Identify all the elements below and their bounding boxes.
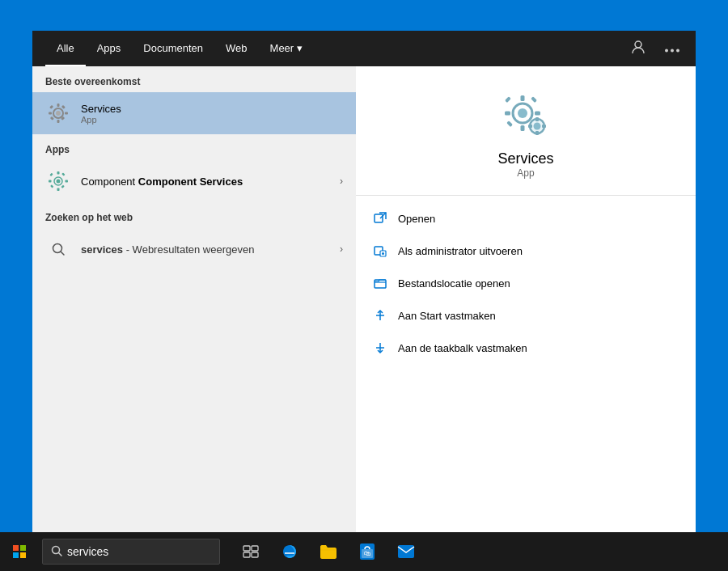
component-services-arrow: › <box>340 176 343 187</box>
svg-rect-23 <box>61 185 65 188</box>
svg-rect-39 <box>535 131 539 135</box>
svg-rect-6 <box>57 104 60 107</box>
web-search-icon <box>45 236 71 262</box>
taskbar-icons: 🛍 <box>233 534 424 569</box>
svg-line-25 <box>61 252 65 256</box>
taskview-button[interactable] <box>233 534 269 569</box>
search-window: Alle Apps Documenten Web Meer ▾ <box>32 31 696 532</box>
svg-rect-7 <box>57 120 60 123</box>
services-text: Services App <box>81 103 121 125</box>
component-services-icon <box>45 168 71 194</box>
svg-rect-34 <box>506 121 513 127</box>
svg-rect-53 <box>20 545 26 551</box>
svg-rect-55 <box>20 552 26 558</box>
aan-taakbalk-icon <box>372 340 388 356</box>
admin-icon <box>372 243 388 259</box>
svg-rect-38 <box>535 117 539 121</box>
svg-rect-19 <box>66 180 69 183</box>
apps-label: Apps <box>32 134 356 160</box>
tab-meer[interactable]: Meer ▾ <box>259 31 314 66</box>
services-icon <box>45 100 71 126</box>
action-bestandslocatie-label: Bestandslocatie openen <box>398 277 510 290</box>
result-services[interactable]: Services App <box>32 92 356 134</box>
taskbar-search-text: services <box>67 545 108 558</box>
svg-rect-40 <box>528 125 532 128</box>
more-options-icon[interactable] <box>662 38 683 59</box>
svg-rect-9 <box>65 112 68 115</box>
action-aan-start-label: Aan Start vastmaken <box>398 310 496 322</box>
svg-rect-33 <box>531 96 537 103</box>
svg-rect-20 <box>49 173 53 176</box>
action-openen[interactable]: Openen <box>356 202 696 235</box>
svg-rect-32 <box>505 96 511 103</box>
svg-point-3 <box>676 49 679 53</box>
bestandslocatie-icon <box>372 275 388 291</box>
svg-rect-42 <box>375 214 383 222</box>
svg-rect-17 <box>57 188 60 192</box>
web-search-keyword: services <box>81 243 123 256</box>
tab-apps[interactable]: Apps <box>86 31 133 66</box>
svg-point-15 <box>57 180 61 184</box>
svg-point-24 <box>53 244 62 253</box>
svg-rect-52 <box>13 545 19 551</box>
app-header: Services App <box>356 66 696 196</box>
result-web-search[interactable]: services - Webresultaten weergeven › <box>32 228 356 270</box>
svg-rect-59 <box>252 546 258 551</box>
svg-rect-8 <box>49 112 52 115</box>
svg-point-1 <box>665 49 668 53</box>
services-subtitle: App <box>81 115 121 125</box>
result-component-services[interactable]: Component Component Services › <box>32 160 356 202</box>
left-panel: Beste overeenkomst <box>32 66 356 532</box>
web-search-arrow: › <box>340 243 343 255</box>
best-match-label: Beste overeenkomst <box>32 66 356 92</box>
svg-text:🛍: 🛍 <box>364 550 370 557</box>
taskbar-search[interactable]: services <box>42 539 220 565</box>
action-bestandslocatie[interactable]: Bestandslocatie openen <box>356 267 696 299</box>
services-title: Services <box>81 103 121 115</box>
tab-web[interactable]: Web <box>214 31 259 66</box>
taskbar-search-icon <box>51 545 62 559</box>
action-list: Openen Als administrator uitvoeren <box>356 196 696 370</box>
svg-rect-65 <box>398 545 414 558</box>
svg-point-0 <box>635 41 641 48</box>
mail-button[interactable] <box>388 534 424 569</box>
search-navbar: Alle Apps Documenten Web Meer ▾ <box>32 31 696 66</box>
action-aan-start[interactable]: Aan Start vastmaken <box>356 299 696 332</box>
svg-rect-58 <box>243 546 250 551</box>
svg-rect-41 <box>542 125 546 128</box>
person-icon[interactable] <box>628 36 649 61</box>
file-explorer-button[interactable] <box>311 534 346 569</box>
search-content: Beste overeenkomst <box>32 66 696 532</box>
app-name: Services <box>497 150 553 167</box>
start-button[interactable] <box>0 532 39 571</box>
right-panel: Services App Openen <box>356 66 696 532</box>
svg-rect-10 <box>49 105 53 109</box>
tab-alle[interactable]: Alle <box>45 31 86 66</box>
svg-rect-12 <box>50 116 54 121</box>
svg-point-46 <box>382 252 384 255</box>
svg-point-37 <box>534 123 541 130</box>
svg-rect-31 <box>535 112 540 116</box>
action-aan-taakbalk-label: Aan de taakbalk vastmaken <box>398 342 527 354</box>
action-openen-label: Openen <box>398 213 435 225</box>
svg-rect-54 <box>13 552 19 558</box>
app-type: App <box>517 167 534 179</box>
web-search-suffix: - Webresultaten weergeven <box>123 243 254 256</box>
action-aan-taakbalk[interactable]: Aan de taakbalk vastmaken <box>356 332 696 364</box>
svg-rect-11 <box>61 105 66 109</box>
action-admin[interactable]: Als administrator uitvoeren <box>356 235 696 267</box>
tab-documenten[interactable]: Documenten <box>132 31 214 66</box>
component-services-text: Component Component Services <box>81 176 243 188</box>
web-search-text: services - Webresultaten weergeven <box>81 243 254 256</box>
svg-rect-29 <box>521 125 525 131</box>
web-label: Zoeken op het web <box>32 202 356 228</box>
svg-rect-21 <box>61 172 65 176</box>
edge-button[interactable] <box>272 534 307 569</box>
svg-point-5 <box>56 111 61 116</box>
store-button[interactable]: 🛍 <box>349 534 385 569</box>
svg-rect-28 <box>521 95 525 101</box>
svg-point-27 <box>518 108 527 118</box>
svg-line-57 <box>59 552 62 556</box>
openen-icon <box>372 210 388 226</box>
svg-rect-16 <box>57 171 60 175</box>
